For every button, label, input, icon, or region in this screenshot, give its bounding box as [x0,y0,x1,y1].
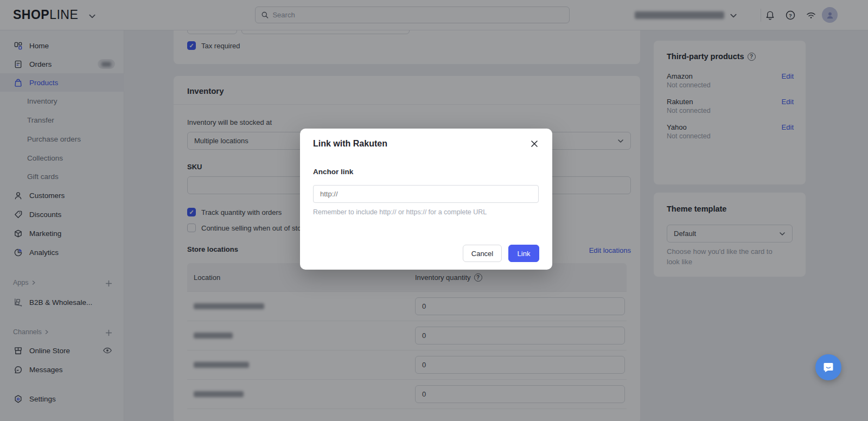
close-icon [530,139,539,148]
link-button[interactable]: Link [508,245,539,262]
modal-title: Link with Rakuten [313,139,387,149]
modal-close-button[interactable] [528,138,540,150]
chat-bubble-icon [822,361,835,374]
anchor-link-helper: Remember to include http:// or https:// … [313,208,487,216]
cancel-button[interactable]: Cancel [463,245,502,262]
shopline-admin-app: Tax required Inventory Inventory will be… [0,0,868,421]
link-with-rakuten-modal: Link with Rakuten Anchor link Remember t… [300,129,552,270]
anchor-link-input[interactable] [313,185,539,203]
anchor-link-label: Anchor link [313,168,353,176]
chat-widget-button[interactable] [815,354,841,380]
